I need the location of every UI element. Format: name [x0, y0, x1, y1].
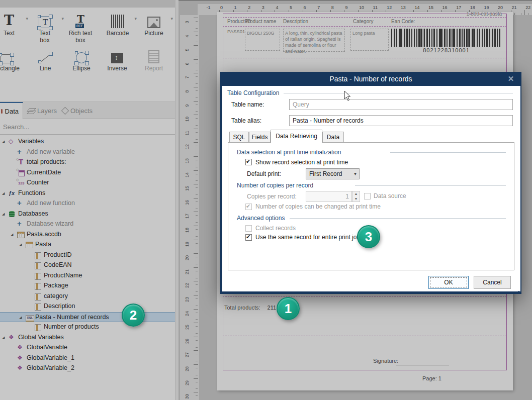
collect-records-checkbox[interactable] — [245, 225, 252, 232]
spinner-up-icon[interactable]: ▲ — [352, 191, 360, 196]
section-advanced-options: Advanced options — [237, 215, 285, 222]
section-line — [284, 93, 513, 93]
default-print-label: Default print: — [247, 170, 281, 177]
show-record-selection-label: Show record selection at print time — [255, 159, 348, 166]
section-number-of-copies: Number of copies per record — [237, 182, 313, 189]
collect-records-label: Collect records — [255, 225, 296, 232]
table-name-label: Table name: — [231, 101, 264, 108]
default-print-dropdown[interactable]: First Record — [306, 168, 360, 179]
section-line — [290, 218, 506, 219]
tab-data[interactable]: Data — [322, 132, 344, 143]
mouse-cursor — [344, 90, 352, 102]
section-line — [355, 185, 506, 186]
copies-per-record-input[interactable]: 1 — [306, 191, 352, 202]
section-table-configuration: Table Configuration — [227, 89, 279, 96]
annotation-badge-1: 1 — [277, 297, 300, 320]
dialog-titlebar[interactable]: Pasta - Number of records — [220, 72, 521, 86]
data-retrieving-panel: Data selection at print time initializat… — [228, 142, 514, 270]
label-designer-window: Text▾Text box▾Rich text boxBarcode▾Pictu… — [0, 0, 532, 400]
annotation-badge-2: 2 — [122, 304, 145, 327]
annotation-badge-3: 3 — [357, 225, 380, 248]
copies-changed-label: Number of copies can be changed at print… — [255, 203, 381, 210]
section-data-selection: Data selection at print time initializat… — [237, 149, 341, 156]
ok-button[interactable]: OK — [428, 276, 469, 289]
tab-fields[interactable]: Fields — [249, 132, 271, 143]
table-alias-label: Table alias: — [231, 117, 261, 124]
table-properties-dialog: Pasta - Number of records ✕ Table Config… — [220, 72, 521, 294]
cancel-button[interactable]: Cancel — [474, 276, 511, 289]
data-source-label: Data source — [374, 192, 406, 199]
tab-sql[interactable]: SQL — [229, 132, 249, 143]
copies-changed-checkbox[interactable] — [245, 204, 252, 210]
copies-per-record-label: Copies per record: — [247, 193, 297, 200]
same-record-label: Use the same record for entire print job — [255, 234, 360, 241]
section-line — [390, 152, 506, 153]
tab-data-retrieving[interactable]: Data Retrieving — [271, 130, 322, 143]
close-icon[interactable]: ✕ — [506, 74, 515, 83]
spinner-down-icon[interactable]: ▼ — [352, 196, 360, 202]
data-source-checkbox[interactable] — [364, 193, 371, 199]
copies-spinner[interactable]: ▲ ▼ — [352, 191, 360, 202]
table-alias-input[interactable]: Pasta - Number of records — [289, 115, 513, 126]
same-record-checkbox[interactable] — [245, 234, 252, 241]
resize-grip[interactable] — [515, 287, 521, 294]
table-name-input[interactable]: Query — [289, 99, 513, 110]
show-record-selection-checkbox[interactable] — [245, 159, 252, 165]
